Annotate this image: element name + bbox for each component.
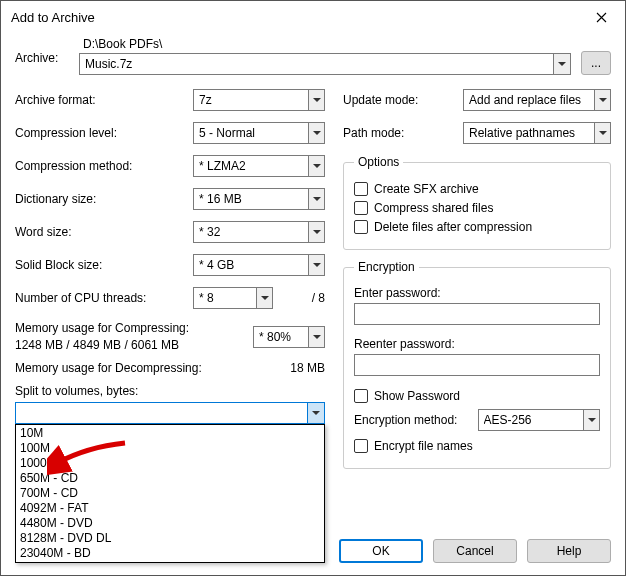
- options-legend: Options: [354, 155, 403, 169]
- archive-format-label: Archive format:: [15, 93, 193, 107]
- cpu-threads-label: Number of CPU threads:: [15, 291, 193, 305]
- mem-compress-label: Memory usage for Compressing:: [15, 320, 253, 337]
- chevron-down-icon: [313, 230, 321, 234]
- encrypt-names-label: Encrypt file names: [374, 439, 473, 453]
- reenter-password-input[interactable]: [354, 354, 600, 376]
- chevron-down-icon: [312, 411, 320, 415]
- reenter-password-label: Reenter password:: [354, 337, 600, 351]
- password-input[interactable]: [354, 303, 600, 325]
- split-volumes-label: Split to volumes, bytes:: [15, 384, 325, 398]
- encryption-method-combo[interactable]: AES-256: [478, 409, 601, 431]
- solid-block-size-combo[interactable]: * 4 GB: [193, 254, 325, 276]
- dictionary-size-label: Dictionary size:: [15, 192, 193, 206]
- browse-button[interactable]: ...: [581, 51, 611, 75]
- chevron-down-icon: [313, 131, 321, 135]
- mem-compress-value: 1248 MB / 4849 MB / 6061 MB: [15, 337, 253, 354]
- compression-method-label: Compression method:: [15, 159, 193, 173]
- archive-format-combo[interactable]: 7z: [193, 89, 325, 111]
- show-password-label: Show Password: [374, 389, 460, 403]
- split-option[interactable]: 8128M - DVD DL: [17, 531, 323, 546]
- compress-shared-checkbox[interactable]: [354, 201, 368, 215]
- split-option[interactable]: 4480M - DVD: [17, 516, 323, 531]
- compression-level-label: Compression level:: [15, 126, 193, 140]
- cancel-button[interactable]: Cancel: [433, 539, 517, 563]
- dictionary-size-combo[interactable]: * 16 MB: [193, 188, 325, 210]
- split-option[interactable]: 100M: [17, 441, 323, 456]
- help-button[interactable]: Help: [527, 539, 611, 563]
- update-mode-label: Update mode:: [343, 93, 463, 107]
- chevron-down-icon: [558, 62, 566, 66]
- split-option[interactable]: 10M: [17, 426, 323, 441]
- mem-decompress-value: 18 MB: [253, 361, 325, 375]
- chevron-down-icon: [313, 335, 321, 339]
- chevron-down-icon: [261, 296, 269, 300]
- window-title: Add to Archive: [11, 10, 581, 25]
- archive-filename-dropdown[interactable]: [553, 53, 571, 75]
- split-volumes-listbox[interactable]: 10M100M1000M650M - CD700M - CD4092M - FA…: [15, 424, 325, 563]
- chevron-down-icon: [599, 131, 607, 135]
- path-mode-label: Path mode:: [343, 126, 463, 140]
- show-password-checkbox[interactable]: [354, 389, 368, 403]
- compression-method-combo[interactable]: * LZMA2: [193, 155, 325, 177]
- split-volumes-dropdown[interactable]: [307, 402, 325, 424]
- close-icon: [596, 12, 607, 23]
- split-option[interactable]: 650M - CD: [17, 471, 323, 486]
- chevron-down-icon: [313, 164, 321, 168]
- cpu-threads-max: / 8: [283, 291, 325, 305]
- compress-shared-label: Compress shared files: [374, 201, 493, 215]
- split-option[interactable]: 4092M - FAT: [17, 501, 323, 516]
- encryption-legend: Encryption: [354, 260, 419, 274]
- chevron-down-icon: [599, 98, 607, 102]
- split-volumes-input[interactable]: [15, 402, 325, 424]
- word-size-combo[interactable]: * 32: [193, 221, 325, 243]
- split-option[interactable]: 700M - CD: [17, 486, 323, 501]
- word-size-label: Word size:: [15, 225, 193, 239]
- mem-percent-combo[interactable]: * 80%: [253, 326, 325, 348]
- chevron-down-icon: [313, 263, 321, 267]
- archive-label: Archive:: [15, 37, 69, 65]
- solid-block-size-label: Solid Block size:: [15, 258, 193, 272]
- split-option[interactable]: 23040M - BD: [17, 546, 323, 561]
- path-mode-combo[interactable]: Relative pathnames: [463, 122, 611, 144]
- sfx-checkbox[interactable]: [354, 182, 368, 196]
- encryption-group: Encryption Enter password: Reenter passw…: [343, 260, 611, 469]
- encryption-method-label: Encryption method:: [354, 413, 470, 427]
- delete-after-checkbox[interactable]: [354, 220, 368, 234]
- chevron-down-icon: [313, 197, 321, 201]
- password-label: Enter password:: [354, 286, 600, 300]
- cpu-threads-combo[interactable]: * 8: [193, 287, 273, 309]
- options-group: Options Create SFX archive Compress shar…: [343, 155, 611, 250]
- chevron-down-icon: [313, 98, 321, 102]
- split-option[interactable]: 1000M: [17, 456, 323, 471]
- ok-button[interactable]: OK: [339, 539, 423, 563]
- encrypt-names-checkbox[interactable]: [354, 439, 368, 453]
- update-mode-combo[interactable]: Add and replace files: [463, 89, 611, 111]
- sfx-label: Create SFX archive: [374, 182, 479, 196]
- archive-filename-input[interactable]: [79, 53, 553, 75]
- compression-level-combo[interactable]: 5 - Normal: [193, 122, 325, 144]
- archive-path-text: D:\Book PDFs\: [79, 37, 571, 51]
- chevron-down-icon: [588, 418, 596, 422]
- delete-after-label: Delete files after compression: [374, 220, 532, 234]
- mem-decompress-label: Memory usage for Decompressing:: [15, 360, 253, 377]
- archive-filename-combo[interactable]: [79, 53, 571, 75]
- close-button[interactable]: [581, 2, 621, 32]
